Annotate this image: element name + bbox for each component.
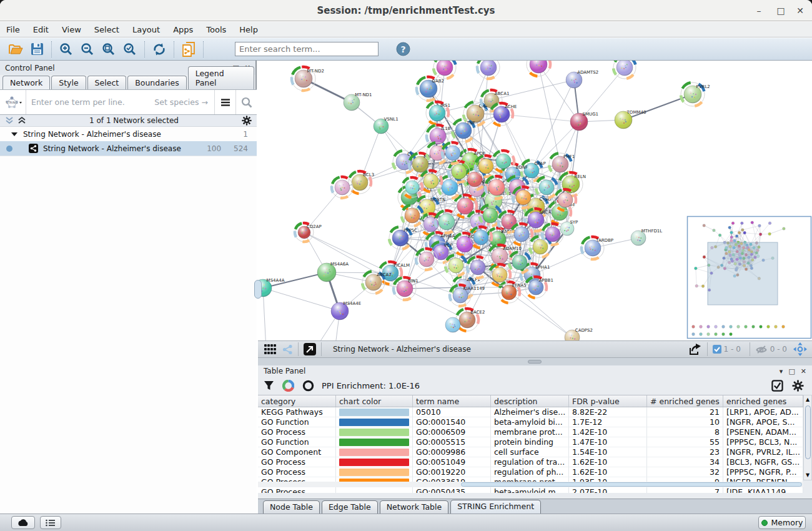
birds-eye-viewport[interactable] [708, 242, 778, 305]
table-row[interactable]: GO ComponentGO:0009986cell surface1.54E-… [258, 447, 803, 457]
protein-node[interactable] [511, 224, 532, 245]
scroll-down-icon[interactable]: ▼ [804, 471, 811, 480]
tree-expand-arrow-icon[interactable] [11, 132, 17, 137]
minimize-button[interactable]: – [750, 0, 768, 21]
column-header-fdr-p-value[interactable]: FDR p-value [569, 395, 647, 407]
zoom-in-button[interactable] [56, 40, 77, 59]
protein-node[interactable] [485, 176, 508, 199]
help-button[interactable]: ? [392, 40, 413, 59]
column-header-category[interactable]: category [258, 395, 336, 407]
protein-node-MS4A4A[interactable]: MS4A4A [258, 278, 285, 297]
protein-node-TOMM40[interactable]: TOMM40 [615, 110, 646, 129]
protein-node[interactable] [402, 205, 423, 226]
protein-node[interactable] [442, 142, 463, 164]
menu-item-select[interactable]: Select [94, 25, 119, 34]
ring-chart-icon[interactable] [302, 380, 314, 392]
network-options-gear-icon[interactable] [242, 116, 252, 126]
protein-node[interactable] [470, 227, 492, 248]
protein-node[interactable] [509, 252, 530, 273]
protein-node-PVRL2[interactable]: PVRL2 [681, 82, 710, 106]
protein-node-ACHE[interactable]: ACHE [490, 103, 517, 126]
protein-node-CLU[interactable]: CLU [393, 151, 416, 173]
protein-node[interactable] [527, 61, 550, 76]
birds-eye-view[interactable] [688, 217, 811, 339]
set-species-label[interactable]: Set species → [154, 97, 214, 107]
dock-panel-icon[interactable]: □ [788, 367, 795, 375]
protein-node[interactable] [332, 177, 353, 198]
close-button[interactable]: ✕ [791, 0, 810, 21]
protein-node[interactable] [542, 224, 563, 245]
protein-node[interactable] [433, 61, 456, 79]
protein-node-MS4A4E[interactable]: MS4A4E [331, 301, 361, 320]
hidden-eye-icon[interactable] [755, 345, 768, 354]
horizontal-scroll-thumb[interactable] [461, 482, 802, 487]
vertical-scroll-thumb[interactable] [805, 405, 811, 459]
search-input[interactable] [235, 42, 379, 56]
table-row[interactable]: GO ProcessGO:0006509membrane prot...1.42… [258, 427, 803, 437]
protein-node[interactable] [536, 177, 557, 198]
string-query-placeholder[interactable]: Enter one term per line. [26, 97, 154, 107]
table-row[interactable]: GO ProcessGO:0050435beta-amyloid m...2.0… [258, 487, 803, 493]
protein-node-SYP[interactable]: SYP [560, 220, 578, 236]
tab-network-table[interactable]: Network Table [380, 500, 449, 514]
open-in-new-icon[interactable] [304, 343, 316, 355]
protein-node-TARDBP[interactable]: TARDBP [582, 237, 613, 259]
tab-style[interactable]: Style [51, 76, 86, 89]
filter-icon[interactable] [264, 380, 274, 391]
refresh-button[interactable] [149, 40, 170, 59]
zoom-out-button[interactable] [77, 40, 98, 59]
tab-select[interactable]: Select [87, 76, 127, 89]
protein-node[interactable] [613, 61, 636, 79]
tab-boundaries[interactable]: Boundaries [127, 76, 186, 89]
column-header--enriched-genes[interactable]: # enriched genes [647, 395, 723, 407]
save-session-button[interactable] [26, 40, 47, 59]
column-header-enriched-genes[interactable]: enriched genes [723, 395, 803, 407]
protein-node[interactable] [416, 249, 437, 270]
protein-node[interactable] [445, 255, 467, 276]
table-settings-gear-icon[interactable] [792, 380, 804, 392]
string-options-button[interactable] [214, 90, 235, 114]
export-view-icon[interactable] [688, 343, 702, 355]
protein-node-TNF[interactable]: TNF [452, 119, 475, 142]
expand-all-icon[interactable] [17, 117, 26, 124]
protein-node[interactable] [435, 211, 458, 233]
tab-network[interactable]: Network [2, 76, 50, 89]
pan-navigator-icon[interactable] [793, 342, 807, 356]
zoom-fit-button[interactable] [98, 40, 119, 59]
table-row[interactable]: GO ProcessGO:0051049regulation of tra...… [258, 457, 803, 467]
menu-item-tools[interactable]: Tools [206, 25, 226, 34]
task-history-button[interactable] [40, 516, 61, 529]
maximize-button[interactable]: □ [771, 0, 790, 21]
share-network-icon[interactable] [282, 344, 293, 355]
network-row-selected[interactable]: String Network - Alzheimer's disease 100… [0, 141, 257, 156]
protein-node[interactable] [445, 317, 460, 332]
protein-node[interactable] [555, 189, 576, 211]
table-row[interactable]: GO ProcessGO:0019220regulation of ph...1… [258, 467, 803, 477]
open-file-button[interactable] [5, 40, 26, 59]
tab-edge-table[interactable]: Edge Table [322, 500, 378, 514]
float-panel-icon[interactable]: ▾ [780, 367, 783, 375]
tab-node-table[interactable]: Node Table [263, 500, 320, 514]
column-header-term-name[interactable]: term name [413, 395, 491, 407]
protein-node[interactable] [467, 257, 488, 278]
collapse-all-icon[interactable] [5, 117, 14, 124]
zoom-selected-button[interactable] [119, 40, 141, 59]
protein-node-ADAMTS2[interactable]: ADAMTS2 [566, 70, 598, 88]
protein-node[interactable] [513, 187, 534, 208]
string-logo[interactable]: STRING [0, 90, 26, 114]
protein-node[interactable] [493, 151, 514, 172]
table-row[interactable]: KEGG Pathways05010Alzheimer's dise...8.8… [258, 407, 803, 417]
menu-item-layout[interactable]: Layout [132, 25, 160, 34]
table-row[interactable]: GO FunctionGO:0001540beta-amyloid bi...1… [258, 417, 803, 427]
tab-legend-panel[interactable]: Legend Panel [188, 66, 254, 89]
table-horizontal-scrollbar[interactable] [258, 482, 803, 487]
protein-node-PPP5C[interactable]: PPP5C [389, 227, 417, 249]
chart-color-donut-icon[interactable] [282, 380, 294, 392]
protein-node-VSNL1[interactable]: VSNL1 [374, 117, 399, 134]
table-row[interactable]: GO FunctionGO:0005515protein binding1.47… [258, 437, 803, 447]
protein-node[interactable] [477, 61, 500, 79]
network-graph[interactable]: MT-ND2MT-ND1VSNL1GAB2ADAMTS2PVRL2TOMM40S… [258, 61, 812, 340]
protein-node-APBB1[interactable]: APBB1 [525, 277, 553, 298]
menu-item-file[interactable]: File [6, 25, 20, 34]
menu-item-edit[interactable]: Edit [33, 25, 49, 34]
